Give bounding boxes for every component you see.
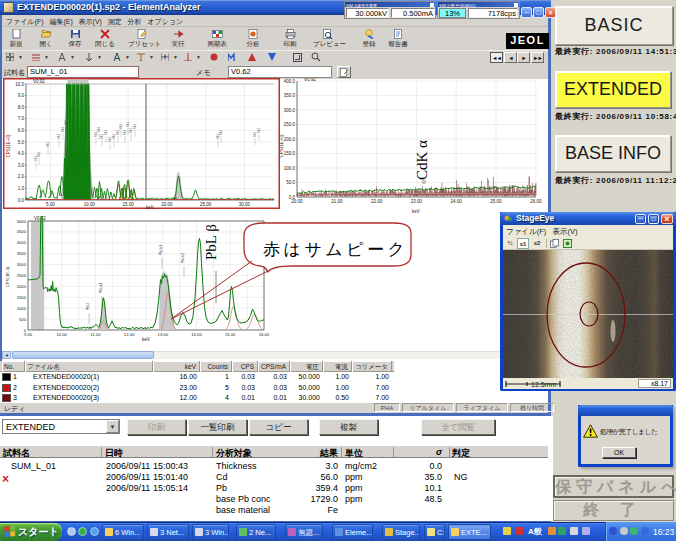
svg-text:PbLl: PbLl [86, 303, 90, 310]
svg-text:2.0: 2.0 [18, 174, 25, 179]
svg-text:3500: 3500 [17, 251, 27, 256]
svg-text:KA1: KA1 [116, 129, 120, 135]
svg-text:V0.92: V0.92 [304, 78, 316, 82]
svg-text:12.00: 12.00 [124, 332, 135, 337]
svg-text:13.00: 13.00 [158, 332, 169, 337]
svg-text:keV: keV [146, 205, 154, 210]
svg-text:V0.92: V0.92 [33, 79, 45, 84]
svg-text:4500: 4500 [17, 229, 27, 234]
svg-text:PbLb2: PbLb2 [181, 253, 185, 263]
svg-text:V0.92: V0.92 [34, 216, 46, 221]
svg-text:11.00: 11.00 [90, 332, 101, 337]
svg-text:21.00: 21.00 [331, 199, 343, 204]
svg-text:KA1: KA1 [123, 129, 127, 135]
svg-text:7.0: 7.0 [18, 116, 25, 121]
svg-text:4.0: 4.0 [18, 151, 25, 156]
svg-text:KA1: KA1 [133, 123, 137, 129]
svg-text:PbLa1: PbLa1 [99, 283, 103, 293]
svg-text:KA1: KA1 [46, 141, 50, 147]
svg-text:10.00: 10.00 [56, 332, 67, 337]
svg-text:350.0: 350.0 [284, 93, 296, 98]
svg-text:2000: 2000 [17, 284, 27, 289]
svg-text:20.00: 20.00 [291, 199, 303, 204]
svg-text:1500: 1500 [17, 295, 27, 300]
svg-text:8.0: 8.0 [18, 105, 25, 110]
svg-text:6.0: 6.0 [18, 128, 25, 133]
svg-text:5000: 5000 [17, 219, 27, 224]
svg-text:2500: 2500 [17, 273, 27, 278]
svg-text:26.00: 26.00 [530, 199, 542, 204]
svg-text:KA1: KA1 [126, 121, 130, 127]
svg-text:400.0: 400.0 [284, 79, 296, 84]
svg-text:25.00: 25.00 [490, 199, 502, 204]
svg-text:22.00: 22.00 [371, 199, 383, 204]
svg-text:50.0: 50.0 [286, 180, 295, 185]
svg-text:20.00: 20.00 [161, 202, 173, 207]
svg-text:24.00: 24.00 [451, 199, 463, 204]
svg-text:1000: 1000 [17, 306, 27, 311]
svg-text:15.00: 15.00 [225, 332, 236, 337]
svg-text:9.00: 9.00 [24, 332, 33, 337]
svg-text:300.0: 300.0 [284, 108, 296, 113]
svg-text:9.0: 9.0 [18, 93, 25, 98]
svg-text:PbL β: PbL β [203, 224, 219, 260]
svg-text:3000: 3000 [17, 262, 27, 267]
svg-text:KA1: KA1 [61, 126, 65, 132]
svg-text:100.0: 100.0 [284, 166, 296, 171]
svg-text:5.00: 5.00 [46, 202, 55, 207]
svg-text:0.0: 0.0 [18, 198, 25, 203]
svg-text:CdK α: CdK α [414, 140, 430, 180]
svg-text:200.0: 200.0 [284, 137, 296, 142]
svg-text:5.0: 5.0 [18, 140, 25, 145]
svg-text:15.00: 15.00 [122, 202, 134, 207]
svg-text:250.0: 250.0 [284, 122, 296, 127]
svg-text:4000: 4000 [17, 240, 27, 245]
svg-text:10.0: 10.0 [15, 82, 24, 87]
svg-text:KA1: KA1 [119, 123, 123, 129]
svg-text:KA1: KA1 [57, 133, 61, 139]
svg-text:3.0: 3.0 [18, 163, 25, 168]
svg-text:12.5mm: 12.5mm [531, 381, 556, 388]
svg-text:14.00: 14.00 [191, 332, 202, 337]
svg-text:1.0: 1.0 [18, 186, 25, 191]
svg-text:keV: keV [142, 337, 150, 342]
svg-text:30.00: 30.00 [239, 202, 251, 207]
svg-text:10.00: 10.00 [84, 202, 96, 207]
svg-text:KA1: KA1 [219, 129, 223, 135]
svg-text:CPS(1E-3): CPS(1E-3) [5, 266, 10, 287]
svg-text:CPS(1E+0): CPS(1E+0) [280, 134, 284, 157]
svg-text:KA1: KA1 [104, 129, 108, 135]
svg-text:PbLb1: PbLb1 [159, 245, 163, 255]
svg-text:25.00: 25.00 [200, 202, 212, 207]
svg-text:KA1: KA1 [97, 126, 101, 132]
svg-text:KA1: KA1 [257, 127, 261, 133]
svg-text:500: 500 [19, 317, 27, 322]
svg-text:赤はサムピーク: 赤はサムピーク [263, 240, 409, 259]
svg-text:CPS(1E+0): CPS(1E+0) [6, 134, 11, 157]
svg-text:keV: keV [412, 209, 420, 214]
svg-text:16.00: 16.00 [259, 332, 270, 337]
svg-text:150.0: 150.0 [284, 151, 296, 156]
svg-text:23.00: 23.00 [411, 199, 423, 204]
svg-text:KA1: KA1 [37, 151, 41, 157]
